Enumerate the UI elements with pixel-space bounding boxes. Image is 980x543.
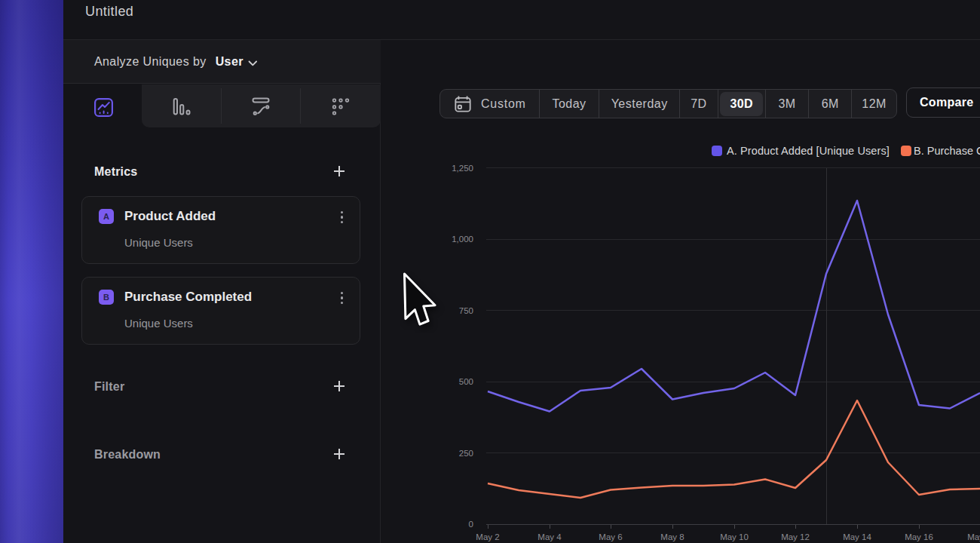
svg-text:May 2: May 2 xyxy=(476,532,499,541)
svg-text:May 10: May 10 xyxy=(720,532,749,541)
svg-text:0: 0 xyxy=(469,520,473,529)
svg-text:750: 750 xyxy=(459,306,473,315)
svg-text:1,250: 1,250 xyxy=(452,164,473,173)
svg-text:May 6: May 6 xyxy=(599,532,622,541)
svg-text:500: 500 xyxy=(459,377,473,386)
svg-text:May 4: May 4 xyxy=(537,532,562,541)
svg-text:May 12: May 12 xyxy=(781,532,810,541)
svg-text:1,000: 1,000 xyxy=(452,235,473,244)
svg-text:May 8: May 8 xyxy=(660,532,684,541)
svg-text:250: 250 xyxy=(459,449,473,458)
svg-text:May 18: May 18 xyxy=(967,532,980,541)
svg-text:May 16: May 16 xyxy=(905,532,933,541)
svg-text:May 14: May 14 xyxy=(843,532,871,541)
